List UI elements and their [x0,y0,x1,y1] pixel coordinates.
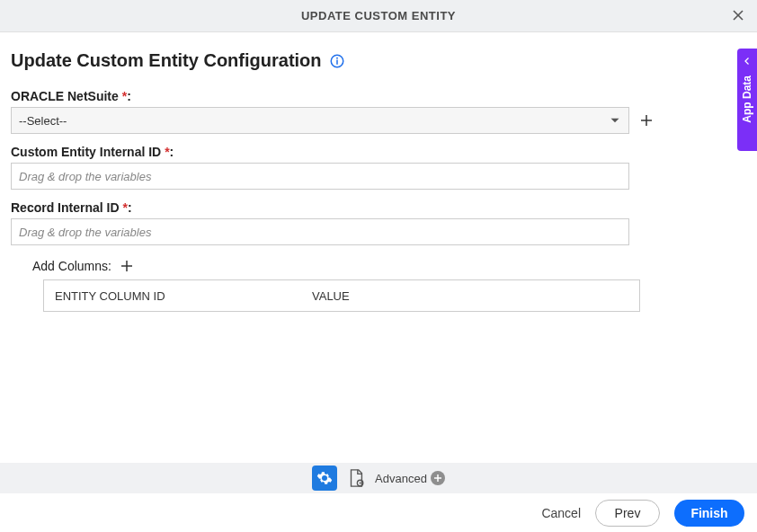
oracle-select-row: --Select-- [11,107,746,134]
oracle-select[interactable]: --Select-- [11,107,629,134]
close-icon [731,8,745,22]
add-connection-button[interactable] [638,112,655,129]
column-header-value: VALUE [305,289,639,303]
footer-actions: Cancel Prev Finish [0,493,757,532]
dialog-header: UPDATE CUSTOM ENTITY [0,0,757,32]
svg-point-10 [360,483,361,484]
app-data-label: App Data [741,75,753,123]
info-icon[interactable] [329,53,345,69]
custom-entity-label: Custom Entity Internal ID *: [11,145,746,159]
document-settings-button[interactable] [346,468,366,488]
required-marker: * [122,200,127,215]
oracle-select-value: --Select-- [19,114,67,128]
gear-icon [316,470,333,486]
oracle-label: ORACLE NetSuite *: [11,89,746,103]
add-column-button[interactable] [119,258,135,274]
record-id-group: Record Internal ID *: [11,200,746,245]
finish-button-label: Finish [690,506,727,520]
bottom-toolbar: Advanced [0,463,757,493]
prev-button-label: Prev [615,506,641,520]
add-columns-row: Add Columns: [32,258,746,274]
dialog-title: UPDATE CUSTOM ENTITY [301,9,456,22]
oracle-label-text: ORACLE NetSuite [11,89,119,103]
prev-button[interactable]: Prev [595,500,660,527]
app-data-panel-toggle[interactable]: App Data [737,49,757,151]
custom-entity-label-text: Custom Entity Internal ID [11,145,161,159]
required-marker: * [165,145,169,159]
record-id-input[interactable] [11,218,629,245]
add-columns-label: Add Columns: [32,259,111,273]
required-marker: * [122,89,127,103]
expand-icon [431,471,445,485]
column-header-entity-id: ENTITY COLUMN ID [44,289,305,303]
record-id-label: Record Internal ID *: [11,200,746,215]
advanced-label: Advanced [375,472,427,485]
content-area: Update Custom Entity Configuration ORACL… [0,32,757,312]
columns-table-header: ENTITY COLUMN ID VALUE [44,280,639,311]
chevron-left-icon [742,56,753,66]
settings-button[interactable] [312,466,337,491]
record-id-label-text: Record Internal ID [11,200,120,215]
cancel-button[interactable]: Cancel [541,506,581,520]
custom-entity-input[interactable] [11,163,629,190]
finish-button[interactable]: Finish [674,500,744,527]
close-button[interactable] [728,5,748,25]
columns-table: ENTITY COLUMN ID VALUE [43,279,640,312]
svg-point-3 [336,57,338,58]
page-title: Update Custom Entity Configuration [11,50,322,71]
custom-entity-group: Custom Entity Internal ID *: [11,145,746,190]
chevron-down-icon [607,112,623,129]
svg-rect-4 [336,59,338,64]
advanced-toggle[interactable]: Advanced [375,471,445,485]
oracle-field-group: ORACLE NetSuite *: --Select-- [11,89,746,134]
page-title-row: Update Custom Entity Configuration [11,50,746,71]
